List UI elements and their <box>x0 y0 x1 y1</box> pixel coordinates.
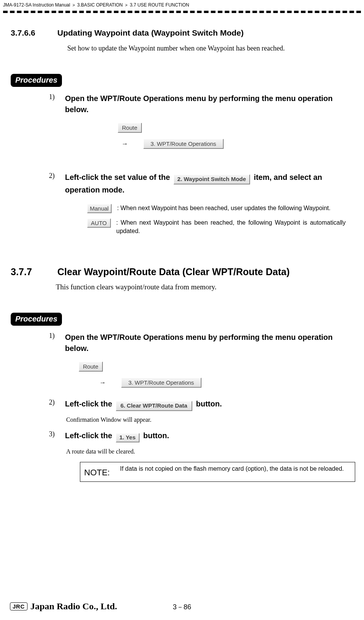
section-title: Updating Waypoint data (Waypoint Switch … <box>57 28 244 38</box>
company-name: Japan Radio Co., Ltd. <box>31 601 117 612</box>
step-text-pre: Left-click the <box>65 431 114 440</box>
cleared-text: A route data will be cleared. <box>66 448 353 455</box>
step-number: 2) <box>49 172 65 196</box>
step-text-post: button. <box>141 431 169 440</box>
section-3-7-6-6: 3.7.6.6 Updating Waypoint data (Waypoint… <box>11 28 353 52</box>
waypoint-switch-mode-button[interactable]: 2. Waypoint Switch Mode <box>174 175 250 184</box>
step-text: Left-click the 1. Yes button. <box>65 430 169 443</box>
crumb-section: 3.7 USE ROUTE FUNCTION <box>130 2 189 8</box>
crumb-manual: JMA-9172-SA Instruction Manual <box>3 2 70 8</box>
confirmation-text: Confirmation Window will appear. <box>66 416 353 423</box>
wpt-route-operations-button[interactable]: 3. WPT/Route Operations <box>143 139 224 149</box>
step-number: 1) <box>49 332 65 354</box>
route-button[interactable]: Route <box>79 362 103 372</box>
breadcrumb: JMA-9172-SA Instruction Manual > 3.BASIC… <box>0 0 364 9</box>
sec2-step-3: 3) Left-click the 1. Yes button. <box>49 430 353 443</box>
section-3-7-7: 3.7.7 Clear Waypoint/Route Data (Clear W… <box>11 266 353 291</box>
route-button[interactable]: Route <box>118 123 142 133</box>
procedures-badge: Procedures <box>11 74 62 87</box>
crumb-chapter: 3.BASIC OPERATION <box>77 2 123 8</box>
menu-path-arrow-row: → 3. WPT/Route Operations <box>122 139 353 149</box>
option-auto-row: AUTO : When next Waypoint has been reach… <box>87 219 353 236</box>
wpt-route-operations-button[interactable]: 3. WPT/Route Operations <box>121 378 202 388</box>
step-text: Open the WPT/Route Operations menu by pe… <box>65 332 353 354</box>
manual-desc: : When next Waypoint has been reached, u… <box>117 204 353 213</box>
step-1: 1) Open the WPT/Route Operations menu by… <box>49 93 353 115</box>
auto-desc: : When next Waypoint has been reached, t… <box>116 219 353 236</box>
section-intro: This function clears waypoint/route data… <box>56 283 353 291</box>
step-text: Left-click the 6. Clear WPT/Route Data b… <box>65 398 222 411</box>
auto-button[interactable]: AUTO <box>87 219 111 228</box>
procedures-badge: Procedures <box>11 313 62 326</box>
crumb-sep: > <box>125 3 127 7</box>
step-text: Left-click the set value of the 2. Waypo… <box>65 172 353 196</box>
jrc-logo-box: JRC <box>10 602 28 610</box>
sec2-step-1: 1) Open the WPT/Route Operations menu by… <box>49 332 353 354</box>
manual-button[interactable]: Manual <box>87 204 112 213</box>
section-intro: Set how to update the Waypoint number wh… <box>67 44 353 52</box>
section-number: 3.7.7 <box>11 266 56 277</box>
step-2: 2) Left-click the set value of the 2. Wa… <box>49 172 353 196</box>
step-text-post: button. <box>194 400 222 408</box>
clear-wpt-route-data-button[interactable]: 6. Clear WPT/Route Data <box>116 401 192 411</box>
step-text-pre: Left-click the set value of the <box>65 173 172 181</box>
menu-path-route-2: Route <box>79 362 353 372</box>
menu-path-arrow-row-2: → 3. WPT/Route Operations <box>99 378 353 388</box>
footer-logo: JRC Japan Radio Co., Ltd. <box>10 601 117 612</box>
arrow-right-icon: → <box>122 140 128 148</box>
step-text-pre: Left-click the <box>65 400 114 408</box>
note-text: If data is not copied on the flash memor… <box>120 462 346 481</box>
option-block: Manual : When next Waypoint has been rea… <box>87 204 353 236</box>
menu-path-route: Route <box>118 123 353 133</box>
page-footer: JRC Japan Radio Co., Ltd. 3－86 <box>0 602 364 612</box>
step-number: 3) <box>49 430 65 443</box>
section-number: 3.7.6.6 <box>11 28 56 38</box>
note-box: NOTE: If data is not copied on the flash… <box>80 462 355 482</box>
step-text: Open the WPT/Route Operations menu by pe… <box>65 93 353 115</box>
yes-button[interactable]: 1. Yes <box>116 433 140 442</box>
step-number: 1) <box>49 93 65 115</box>
header-rule <box>3 11 361 13</box>
note-label: NOTE: <box>80 462 120 481</box>
sec2-step-2: 2) Left-click the 6. Clear WPT/Route Dat… <box>49 398 353 411</box>
arrow-right-icon: → <box>99 379 106 387</box>
page-number: 3－86 <box>173 602 191 612</box>
option-manual-row: Manual : When next Waypoint has been rea… <box>87 204 353 213</box>
crumb-sep: > <box>72 3 75 7</box>
section-title: Clear Waypoint/Route Data (Clear WPT/Rou… <box>57 266 289 277</box>
step-number: 2) <box>49 398 65 411</box>
